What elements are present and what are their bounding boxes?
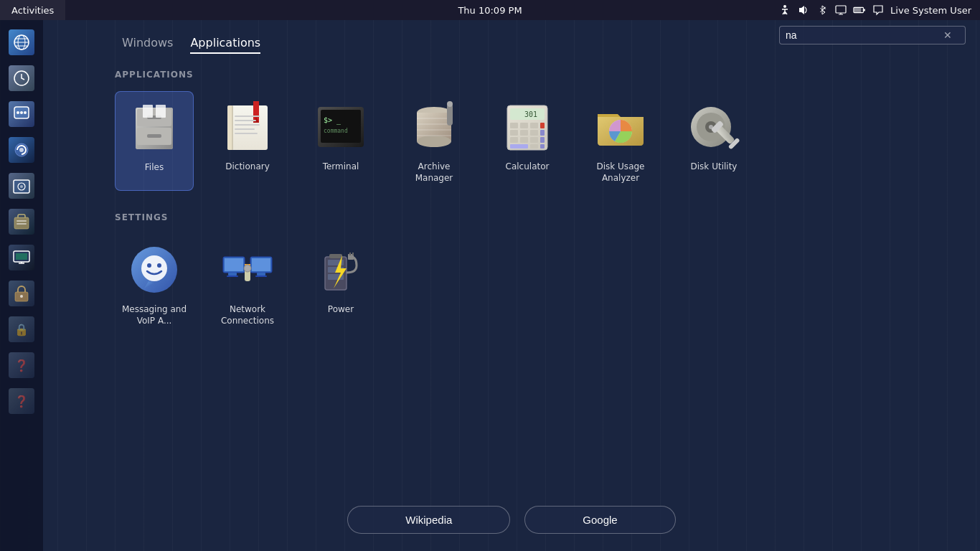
dictionary-icon [222, 101, 273, 153]
app-network-connections-icon-wrap [219, 241, 276, 298]
svg-rect-62 [540, 123, 545, 128]
svg-rect-59 [510, 123, 518, 128]
app-power-label: Power [328, 304, 354, 316]
svg-rect-44 [321, 110, 361, 143]
svg-rect-2 [836, 6, 846, 13]
svg-rect-38 [235, 116, 260, 117]
svg-rect-41 [235, 128, 255, 130]
svg-rect-89 [227, 276, 238, 277]
display-icon[interactable] [834, 4, 847, 17]
svg-point-0 [783, 5, 786, 8]
sidebar-item-6[interactable] [5, 205, 38, 238]
svg-rect-70 [540, 137, 545, 143]
terminal-icon: $> _ command [315, 101, 367, 153]
sidebar-icon-3 [9, 101, 34, 127]
accessibility-icon[interactable] [778, 4, 791, 17]
svg-rect-42 [235, 133, 258, 134]
sidebar-item-7[interactable] [5, 241, 38, 274]
svg-point-13 [19, 148, 24, 152]
sidebar-item-10[interactable]: ❓ [5, 349, 38, 382]
wikipedia-button[interactable]: Wikipedia [347, 506, 510, 534]
app-dictionary-icon-wrap [219, 98, 276, 156]
app-disk-usage[interactable]: Disk Usage Analyzer [581, 91, 660, 191]
applications-grid: Files [115, 91, 908, 191]
messaging-icon [128, 244, 180, 296]
app-disk-utility[interactable]: Disk Utility [674, 91, 753, 191]
sidebar-icon-5 [9, 173, 34, 199]
svg-text:x: x [824, 5, 826, 10]
app-power-icon-wrap [312, 241, 369, 298]
sidebar-icon-10: ❓ [9, 352, 34, 378]
sidebar-icon-7 [9, 245, 34, 270]
chat-icon[interactable] [872, 4, 885, 17]
app-archive-manager[interactable]: Archive Manager [395, 91, 473, 191]
svg-text:301: 301 [524, 110, 537, 118]
app-network-connections[interactable]: Network Connections [208, 234, 287, 334]
sidebar-item-8[interactable] [5, 277, 38, 310]
topbar-right: x Live System User [778, 4, 980, 17]
app-messaging-icon-wrap [126, 241, 183, 298]
disk-usage-icon [595, 101, 646, 153]
app-dictionary[interactable]: Dictionary [208, 91, 287, 191]
bottom-bar: Wikipedia Google [43, 494, 980, 551]
app-dictionary-label: Dictionary [225, 161, 270, 173]
power-icon [315, 244, 367, 296]
user-label: Live System User [890, 5, 971, 16]
app-network-connections-label: Network Connections [212, 304, 283, 326]
app-messaging[interactable]: Messaging and VoIP A... [115, 234, 194, 334]
sidebar-item-3[interactable] [5, 98, 38, 131]
search-clear-button[interactable]: ✕ [943, 29, 952, 41]
sidebar-item-4[interactable] [5, 133, 38, 166]
svg-rect-105 [352, 253, 354, 255]
search-bar: ✕ [779, 26, 966, 44]
svg-rect-91 [252, 258, 270, 271]
app-files[interactable]: Files [115, 91, 194, 191]
svg-rect-71 [510, 144, 528, 149]
app-power[interactable]: Power [301, 234, 380, 334]
svg-text:$> _: $> _ [324, 116, 341, 125]
svg-rect-21 [16, 253, 27, 260]
svg-point-10 [20, 111, 23, 114]
archive-manager-icon [408, 101, 460, 153]
sidebar-item-2[interactable] [5, 62, 38, 95]
battery-icon[interactable] [853, 4, 866, 17]
app-disk-usage-icon-wrap [592, 98, 649, 156]
sidebar-item-11[interactable]: ❓ [5, 385, 38, 418]
sidebar-icon-4 [9, 137, 34, 163]
google-button[interactable]: Google [524, 506, 675, 534]
search-input[interactable] [786, 29, 943, 41]
svg-rect-64 [520, 130, 528, 136]
bluetooth-icon[interactable]: x [816, 4, 829, 17]
svg-rect-87 [225, 258, 243, 271]
app-calculator-icon-wrap: 301 [499, 98, 556, 156]
svg-rect-63 [510, 130, 518, 136]
sidebar-item-9[interactable]: 🔒 [5, 313, 38, 346]
svg-rect-67 [510, 137, 518, 143]
settings-section-label: SETTINGS [115, 212, 908, 222]
svg-rect-98 [329, 254, 342, 258]
svg-point-16 [20, 185, 23, 188]
main-content: Windows Applications ✕ APPLICATIONS [43, 20, 980, 551]
app-archive-manager-icon-wrap [405, 98, 463, 156]
tab-applications[interactable]: Applications [190, 33, 260, 54]
clock: Thu 10:09 PM [458, 5, 522, 16]
svg-point-9 [17, 111, 19, 114]
svg-rect-19 [17, 223, 27, 225]
svg-rect-30 [147, 134, 161, 138]
svg-point-96 [244, 265, 251, 272]
svg-rect-31 [143, 105, 153, 118]
network-connections-icon [222, 244, 273, 296]
activities-button[interactable]: Activities [0, 0, 65, 20]
app-calculator[interactable]: 301 [488, 91, 567, 191]
tab-windows[interactable]: Windows [122, 33, 173, 54]
sidebar-item-5[interactable] [5, 169, 38, 202]
files-icon [128, 102, 180, 154]
sidebar-item-1[interactable] [5, 26, 38, 59]
sidebar-icon-8 [9, 281, 34, 306]
sidebar: 🔒 ❓ ❓ [0, 20, 43, 551]
svg-rect-18 [17, 220, 27, 222]
app-terminal[interactable]: $> _ command Terminal [301, 91, 380, 191]
svg-rect-66 [540, 130, 545, 136]
volume-icon[interactable] [797, 4, 810, 17]
app-messaging-label: Messaging and VoIP A... [119, 304, 189, 326]
